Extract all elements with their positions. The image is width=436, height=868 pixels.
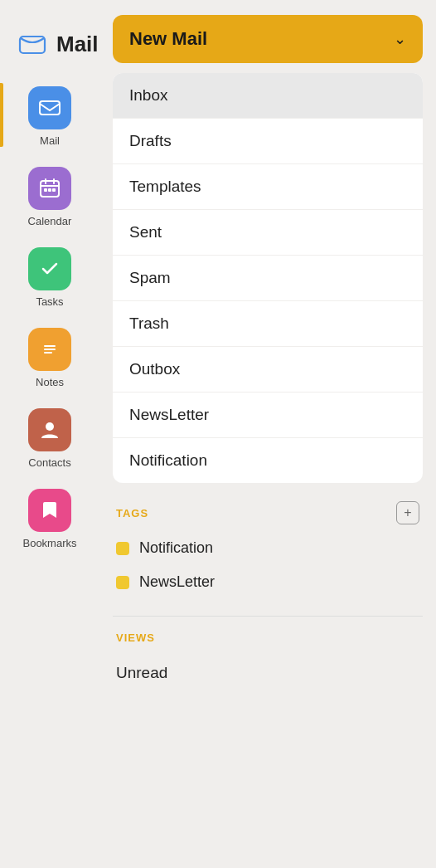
chevron-down-icon: ⌄ <box>394 30 406 48</box>
sidebar-label-contacts: Contacts <box>28 456 70 469</box>
folder-item-drafts[interactable]: Drafts <box>113 119 423 164</box>
folder-list: InboxDraftsTemplatesSentSpamTrashOutboxN… <box>113 73 423 483</box>
svg-rect-9 <box>52 188 56 192</box>
sidebar-label-tasks: Tasks <box>36 295 63 308</box>
sidebar-item-mail[interactable]: Mail <box>0 75 99 155</box>
svg-rect-0 <box>17 28 48 60</box>
tags-section: TAGS + NotificationNewsLetter <box>99 493 436 609</box>
views-list: Unread <box>113 651 423 695</box>
tag-color-dot <box>116 576 129 589</box>
tags-list: NotificationNewsLetter <box>113 531 423 599</box>
tag-label: Notification <box>139 539 213 557</box>
sidebar-item-calendar[interactable]: Calendar <box>0 155 99 236</box>
header-area: New Mail ⌄ <box>99 0 436 73</box>
tags-section-title: TAGS <box>116 507 148 519</box>
mail-app-icon <box>17 28 48 60</box>
tags-section-header: TAGS + <box>113 493 423 531</box>
sidebar-item-bookmarks[interactable]: Bookmarks <box>0 477 99 558</box>
sidebar-label-bookmarks: Bookmarks <box>22 537 76 549</box>
views-section: VIEWS Unread <box>99 623 436 705</box>
folder-item-inbox[interactable]: Inbox <box>113 73 423 119</box>
folder-item-outbox[interactable]: Outbox <box>113 347 423 393</box>
tasks-icon <box>28 247 71 290</box>
sidebar-label-calendar: Calendar <box>28 215 72 227</box>
folder-item-templates[interactable]: Templates <box>113 164 423 210</box>
tag-item-newsletter[interactable]: NewsLetter <box>113 565 423 599</box>
tag-color-dot <box>116 542 129 555</box>
folder-item-sent[interactable]: Sent <box>113 210 423 256</box>
svg-point-15 <box>46 422 54 431</box>
tag-item-notification[interactable]: Notification <box>113 531 423 565</box>
calendar-icon <box>28 167 71 210</box>
sidebar-item-contacts[interactable]: Contacts <box>0 397 99 477</box>
section-divider <box>113 616 423 617</box>
add-tag-button[interactable]: + <box>396 501 419 524</box>
folder-item-newsletter[interactable]: NewsLetter <box>113 393 423 438</box>
folder-item-notification[interactable]: Notification <box>113 438 423 483</box>
new-mail-button[interactable]: New Mail ⌄ <box>113 15 423 63</box>
svg-rect-8 <box>48 188 51 192</box>
sidebar-item-notes[interactable]: Notes <box>0 316 99 397</box>
svg-rect-2 <box>40 101 60 115</box>
folder-item-spam[interactable]: Spam <box>113 256 423 301</box>
sidebar: Mail Mail Calendar <box>0 0 99 868</box>
sidebar-label-notes: Notes <box>36 376 64 388</box>
app-title-text: Mail <box>56 32 99 57</box>
app-title-area: Mail <box>0 13 99 75</box>
views-section-header: VIEWS <box>113 623 423 651</box>
notes-icon <box>28 328 71 371</box>
plus-icon: + <box>404 505 411 520</box>
views-section-title: VIEWS <box>116 631 155 644</box>
main-panel: New Mail ⌄ InboxDraftsTemplatesSentSpamT… <box>99 0 436 868</box>
sidebar-item-tasks[interactable]: Tasks <box>0 236 99 316</box>
contacts-icon <box>28 408 71 451</box>
mail-icon <box>28 86 71 129</box>
folder-item-trash[interactable]: Trash <box>113 301 423 347</box>
tag-label: NewsLetter <box>139 573 215 591</box>
view-item-unread[interactable]: Unread <box>113 651 423 695</box>
bookmarks-icon <box>28 489 71 532</box>
sidebar-label-mail: Mail <box>40 134 60 147</box>
svg-rect-7 <box>44 188 47 192</box>
new-mail-label: New Mail <box>129 28 207 50</box>
